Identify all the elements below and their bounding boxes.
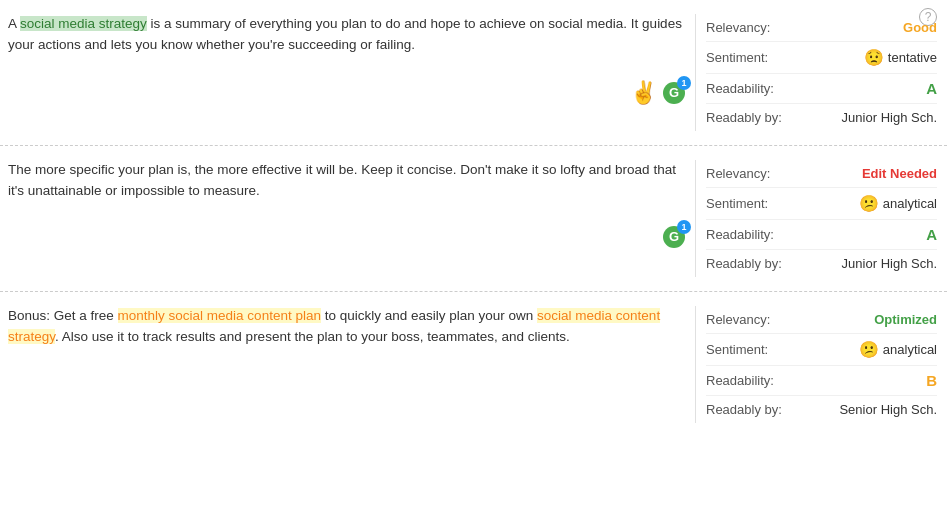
- metric-value-3: A: [806, 226, 937, 243]
- metric-label-2: Sentiment:: [706, 196, 806, 211]
- metric-label-1: Relevancy:: [706, 20, 806, 35]
- text-col-2: The more specific your plan is, the more…: [0, 160, 695, 277]
- metric-value-4: Junior High Sch.: [806, 110, 937, 125]
- metric-row-1: Relevancy:Good: [706, 14, 937, 42]
- text-col-3: Bonus: Get a free monthly social media c…: [0, 306, 695, 423]
- metrics-col-1: Relevancy:GoodSentiment:😟tentativeReadab…: [695, 14, 947, 131]
- icons-row-1: ✌️G1: [8, 80, 685, 106]
- metric-row-4: Readably by:Junior High Sch.: [706, 250, 937, 277]
- g-badge-number: 1: [677, 76, 691, 90]
- main-container: ? A social media strategy is a summary o…: [0, 0, 947, 437]
- metric-value-1: Good: [806, 20, 937, 35]
- metric-value-3: B: [806, 372, 937, 389]
- metric-row-1: Relevancy:Edit Needed: [706, 160, 937, 188]
- metric-label-4: Readably by:: [706, 256, 806, 271]
- metric-value-1: Optimized: [806, 312, 937, 327]
- metric-value-2: 😟tentative: [806, 48, 937, 67]
- metric-label-4: Readably by:: [706, 402, 806, 417]
- metric-label-4: Readably by:: [706, 110, 806, 125]
- metric-row-3: Readability:A: [706, 220, 937, 250]
- sentiment-emoji-icon: 😕: [859, 194, 879, 213]
- metric-value-2: 😕analytical: [806, 340, 937, 359]
- sentiment-text: analytical: [883, 196, 937, 211]
- metric-label-3: Readability:: [706, 373, 806, 388]
- metric-row-2: Sentiment:😕analytical: [706, 188, 937, 220]
- paragraph-1: A social media strategy is a summary of …: [8, 14, 685, 56]
- metric-row-4: Readably by:Junior High Sch.: [706, 104, 937, 131]
- metric-label-1: Relevancy:: [706, 166, 806, 181]
- metric-label-1: Relevancy:: [706, 312, 806, 327]
- text-col-1: A social media strategy is a summary of …: [0, 14, 695, 131]
- metric-label-2: Sentiment:: [706, 50, 806, 65]
- metric-label-3: Readability:: [706, 81, 806, 96]
- metric-label-3: Readability:: [706, 227, 806, 242]
- sentiment-text: analytical: [883, 342, 937, 357]
- metric-row-4: Readably by:Senior High Sch.: [706, 396, 937, 423]
- sentiment-text: tentative: [888, 50, 937, 65]
- content-row-2: The more specific your plan is, the more…: [0, 146, 947, 292]
- metric-value-4: Senior High Sch.: [806, 402, 937, 417]
- metrics-col-3: Relevancy:OptimizedSentiment:😕analytical…: [695, 306, 947, 423]
- grammarly-badge[interactable]: G1: [663, 226, 685, 248]
- g-badge-number: 1: [677, 220, 691, 234]
- metric-value-2: 😕analytical: [806, 194, 937, 213]
- grammarly-badge[interactable]: G1: [663, 82, 685, 104]
- content-row-3: Bonus: Get a free monthly social media c…: [0, 292, 947, 437]
- metric-value-3: A: [806, 80, 937, 97]
- highlighted-term-green: social media strategy: [20, 16, 147, 31]
- metric-label-2: Sentiment:: [706, 342, 806, 357]
- metric-row-3: Readability:A: [706, 74, 937, 104]
- sentiment-emoji-icon: 😟: [864, 48, 884, 67]
- metric-row-3: Readability:B: [706, 366, 937, 396]
- highlighted-term-yellow: monthly social media content plan: [118, 308, 321, 323]
- emoji-icon: ✌️: [630, 80, 657, 106]
- metric-row-2: Sentiment:😕analytical: [706, 334, 937, 366]
- sentiment-emoji-icon: 😕: [859, 340, 879, 359]
- metric-row-2: Sentiment:😟tentative: [706, 42, 937, 74]
- metric-value-4: Junior High Sch.: [806, 256, 937, 271]
- icons-row-2: G1: [8, 226, 685, 248]
- paragraph-3: Bonus: Get a free monthly social media c…: [8, 306, 685, 348]
- highlighted-term-yellow: social media content strategy: [8, 308, 660, 344]
- content-row-1: A social media strategy is a summary of …: [0, 0, 947, 146]
- metrics-col-2: Relevancy:Edit NeededSentiment:😕analytic…: [695, 160, 947, 277]
- metric-value-1: Edit Needed: [806, 166, 937, 181]
- paragraph-2: The more specific your plan is, the more…: [8, 160, 685, 202]
- metric-row-1: Relevancy:Optimized: [706, 306, 937, 334]
